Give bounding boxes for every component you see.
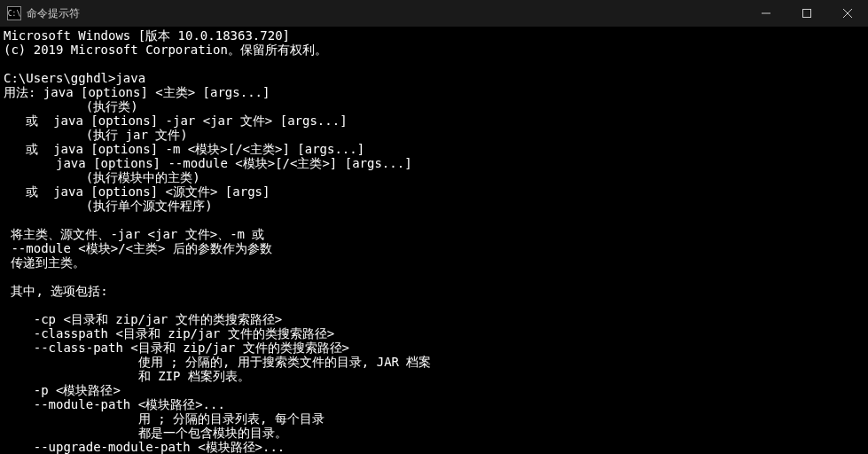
terminal-line: 将主类、源文件、-jar <jar 文件>、-m 或 <box>4 227 864 241</box>
terminal-line: Microsoft Windows [版本 10.0.18363.720] <box>4 28 864 43</box>
close-icon <box>843 9 852 18</box>
svg-rect-1 <box>803 10 811 18</box>
terminal-line: 用法: java [options] <主类> [args...] <box>4 85 864 99</box>
terminal-line: C:\Users\gghdl>java <box>4 71 864 85</box>
cmd-icon: C:\ <box>7 6 21 20</box>
terminal-line: --module <模块>/<主类> 后的参数作为参数 <box>4 241 864 255</box>
terminal-line: --upgrade-module-path <模块路径>... <box>4 440 864 454</box>
minimize-icon <box>762 9 770 18</box>
maximize-icon <box>802 9 811 18</box>
terminal-line: --module-path <模块路径>... <box>4 397 864 411</box>
terminal-output[interactable]: Microsoft Windows [版本 10.0.18363.720](c)… <box>0 27 868 454</box>
terminal-line: (执行单个源文件程序) <box>4 199 864 213</box>
window-title: 命令提示符 <box>27 6 80 21</box>
terminal-line: (执行 jar 文件) <box>4 128 864 142</box>
terminal-line: (执行模块中的主类) <box>4 170 864 184</box>
terminal-line: -classpath <目录和 zip/jar 文件的类搜索路径> <box>4 326 864 340</box>
terminal-line: (执行类) <box>4 99 864 114</box>
minimize-button[interactable] <box>746 0 786 27</box>
terminal-line: 传递到主类。 <box>4 255 864 270</box>
terminal-line <box>4 213 864 227</box>
terminal-line <box>4 270 864 284</box>
terminal-line: 其中, 选项包括: <box>4 284 864 298</box>
terminal-line: 和 ZIP 档案列表。 <box>4 369 864 383</box>
window-titlebar: C:\ 命令提示符 <box>0 0 868 27</box>
close-button[interactable] <box>827 0 868 27</box>
terminal-line: --class-path <目录和 zip/jar 文件的类搜索路径> <box>4 340 864 355</box>
terminal-line: 或 java [options] -jar <jar 文件> [args...] <box>4 114 864 128</box>
terminal-line: 都是一个包含模块的目录。 <box>4 426 864 440</box>
terminal-line <box>4 57 864 71</box>
terminal-line: (c) 2019 Microsoft Corporation。保留所有权利。 <box>4 43 864 57</box>
terminal-line: 用 ; 分隔的目录列表, 每个目录 <box>4 411 864 426</box>
maximize-button[interactable] <box>786 0 827 27</box>
terminal-line: 使用 ; 分隔的, 用于搜索类文件的目录, JAR 档案 <box>4 355 864 369</box>
terminal-line: 或 java [options] <源文件> [args] <box>4 184 864 199</box>
terminal-line: -cp <目录和 zip/jar 文件的类搜索路径> <box>4 312 864 326</box>
terminal-line: -p <模块路径> <box>4 383 864 397</box>
terminal-line: 或 java [options] -m <模块>[/<主类>] [args...… <box>4 142 864 156</box>
terminal-line: java [options] --module <模块>[/<主类>] [arg… <box>4 156 864 170</box>
terminal-line <box>4 298 864 312</box>
